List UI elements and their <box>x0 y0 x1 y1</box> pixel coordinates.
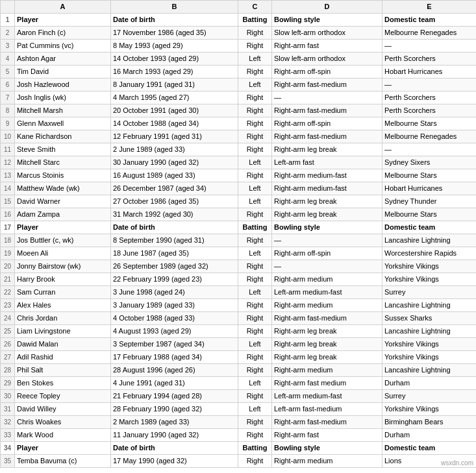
cell-dob: 16 March 1993 (aged 29) <box>111 66 238 79</box>
cell-dob: 22 February 1999 (aged 23) <box>111 273 238 286</box>
row-number: 34 <box>1 442 15 455</box>
cell-dob: 21 February 1994 (aged 28) <box>111 390 238 403</box>
cell-dob: 2 June 1989 (aged 33) <box>111 143 238 156</box>
cell-player: Aaron Finch (c) <box>15 27 111 40</box>
table-row: 1PlayerDate of birthBattingBowling style… <box>1 14 477 27</box>
cell-player: Josh Inglis (wk) <box>15 91 111 104</box>
cell-dob: 20 October 1991 (aged 30) <box>111 104 238 117</box>
row-number: 9 <box>1 117 15 130</box>
table-row: 25Liam Livingstone4 August 1993 (aged 29… <box>1 325 477 338</box>
watermark-text: wsxdn.com <box>441 459 473 467</box>
cell-player: Matthew Wade (wk) <box>15 182 111 195</box>
cell-batting: Right <box>238 390 272 403</box>
cell-domestic-team: Perth Scorchers <box>382 104 477 117</box>
cell-domestic-team: — <box>382 143 477 156</box>
cell-bowling: Right-arm leg break <box>272 143 382 156</box>
cell-dob: 4 August 1993 (aged 29) <box>111 325 238 338</box>
row-number: 8 <box>1 104 15 117</box>
row-number: 35 <box>1 455 15 468</box>
cell-player: Ben Stokes <box>15 377 111 390</box>
row-number: 5 <box>1 66 15 79</box>
cell-player: Adam Zampa <box>15 208 111 221</box>
cell-batting: Left <box>238 403 272 416</box>
cell-player: Glenn Maxwell <box>15 117 111 130</box>
table-row: 30Reece Topley21 February 1994 (aged 28)… <box>1 390 477 403</box>
row-number: 4 <box>1 53 15 66</box>
cell-player: Temba Bavuma (c) <box>15 455 111 468</box>
cell-batting: Right <box>238 40 272 53</box>
cell-domestic-team: Surrey <box>382 286 477 299</box>
cell-player: Alex Hales <box>15 299 111 312</box>
cell-bowling: Right-arm off-spin <box>272 117 382 130</box>
cell-dob: 3 September 1987 (aged 34) <box>111 338 238 351</box>
cell-player: Pat Cummins (vc) <box>15 40 111 53</box>
cell-domestic-team: Lancashire Lightning <box>382 234 477 247</box>
cell-player: Mitchell Starc <box>15 156 111 169</box>
cell-batting: Right <box>238 429 272 442</box>
table-row: 34PlayerDate of birthBattingBowling styl… <box>1 442 477 455</box>
table-row: 22Sam Curran3 June 1998 (aged 24)LeftLef… <box>1 286 477 299</box>
cell-player: David Warner <box>15 195 111 208</box>
table-row: 2Aaron Finch (c)17 November 1986 (aged 3… <box>1 27 477 40</box>
table-row: 21Harry Brook22 February 1999 (aged 23)R… <box>1 273 477 286</box>
cell-dob: 3 January 1989 (aged 33) <box>111 299 238 312</box>
cell-batting: Right <box>238 104 272 117</box>
cell-dob: 4 October 1988 (aged 33) <box>111 312 238 325</box>
cell-domestic-team: Lancashire Lightning <box>382 299 477 312</box>
cell-batting: Left <box>238 247 272 260</box>
row-number: 27 <box>1 351 15 364</box>
table-row: 15David Warner27 October 1986 (aged 35)L… <box>1 195 477 208</box>
cell-domestic-team: Sydney Thunder <box>382 195 477 208</box>
cell-domestic-team: Melbourne Stars <box>382 208 477 221</box>
cell-dob: 3 June 1998 (aged 24) <box>111 286 238 299</box>
cell-player: Sam Curran <box>15 286 111 299</box>
cell-dob: 16 August 1989 (aged 33) <box>111 169 238 182</box>
cell-player: Tim David <box>15 66 111 79</box>
cell-dob: 4 June 1991 (aged 31) <box>111 377 238 390</box>
table-row: 33Mark Wood11 January 1990 (aged 32)Righ… <box>1 429 477 442</box>
cell-dob: Date of birth <box>111 221 238 234</box>
cell-dob: 8 May 1993 (aged 29) <box>111 40 238 53</box>
cell-dob: 11 January 1990 (aged 32) <box>111 429 238 442</box>
cell-domestic-team: Durham <box>382 429 477 442</box>
table-row: 35Temba Bavuma (c)17 May 1990 (aged 32)R… <box>1 455 477 468</box>
row-number: 30 <box>1 390 15 403</box>
row-number: 19 <box>1 247 15 260</box>
cell-bowling: Right-arm leg break <box>272 195 382 208</box>
row-number: 3 <box>1 40 15 53</box>
cell-bowling: Right-arm leg break <box>272 208 382 221</box>
cell-bowling: Right-arm fast-medium <box>272 130 382 143</box>
cell-player: Jonny Bairstow (wk) <box>15 260 111 273</box>
cell-player: Marcus Stoinis <box>15 169 111 182</box>
cell-batting: Right <box>238 208 272 221</box>
row-number: 33 <box>1 429 15 442</box>
col-header-e: E <box>382 1 477 14</box>
row-number: 6 <box>1 79 15 91</box>
cell-batting: Right <box>238 234 272 247</box>
cell-player: Player <box>15 442 111 455</box>
cell-player: Player <box>15 14 111 27</box>
cell-batting: Batting <box>238 221 272 234</box>
cell-player: Phil Salt <box>15 364 111 377</box>
table-row: 6Josh Hazlewood8 January 1991 (aged 31)L… <box>1 79 477 91</box>
cell-batting: Right <box>238 312 272 325</box>
table-row: 7Josh Inglis (wk)4 March 1995 (aged 27)R… <box>1 91 477 104</box>
cell-batting: Right <box>238 364 272 377</box>
cell-bowling: Right-arm medium-fast <box>272 182 382 195</box>
row-number: 28 <box>1 364 15 377</box>
cell-bowling: Right-arm fast-medium <box>272 416 382 429</box>
cell-dob: 4 March 1995 (aged 27) <box>111 91 238 104</box>
cell-bowling: Right-arm leg break <box>272 325 382 338</box>
row-number: 29 <box>1 377 15 390</box>
cell-domestic-team: Melbourne Renegades <box>382 130 477 143</box>
cell-batting: Right <box>238 325 272 338</box>
row-number: 7 <box>1 91 15 104</box>
cell-batting: Right <box>238 130 272 143</box>
row-number: 23 <box>1 299 15 312</box>
cell-bowling: Left-arm fast-medium <box>272 403 382 416</box>
cell-bowling: Right-arm medium <box>272 273 382 286</box>
cell-player: Dawid Malan <box>15 338 111 351</box>
spreadsheet-container: A B C D E 1PlayerDate of birthBattingBow… <box>0 0 476 468</box>
cell-player: Josh Hazlewood <box>15 79 111 91</box>
corner-cell <box>1 1 15 14</box>
